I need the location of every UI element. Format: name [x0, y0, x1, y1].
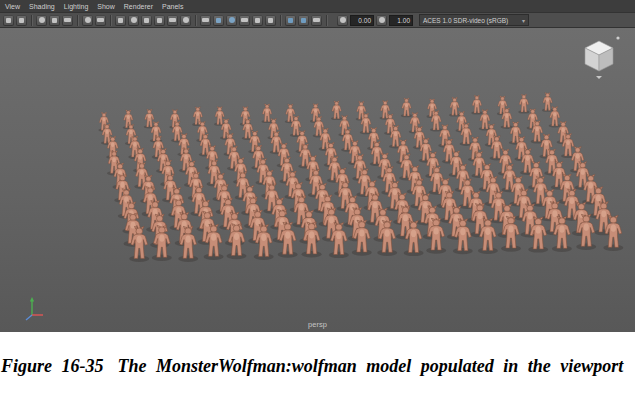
menu-panels[interactable]: Panels: [162, 3, 183, 10]
gamma-icon[interactable]: [376, 15, 387, 26]
grease-pencil-icon[interactable]: [95, 15, 106, 26]
panel-toolbar: 0.00 1.00 ACES 1.0 SDR-video (sRGB) ▾: [0, 13, 635, 28]
safe-title-icon-glyph: [183, 17, 189, 23]
viewport[interactable]: persp: [0, 28, 635, 332]
toolbar-separator: [195, 15, 196, 26]
2d-pan-zoom-icon-glyph: [85, 17, 91, 23]
safe-action-icon[interactable]: [167, 15, 178, 26]
axis-icon: [24, 295, 50, 321]
2d-pan-zoom-icon[interactable]: [82, 15, 93, 26]
view-cube[interactable]: [577, 35, 621, 85]
image-plane-icon[interactable]: [62, 15, 73, 26]
xray-icon-glyph: [313, 18, 320, 22]
textured-icon-glyph: [229, 17, 235, 23]
field-chart-icon[interactable]: [154, 15, 165, 26]
camera-name-label: persp: [0, 320, 635, 329]
bookmarks-icon[interactable]: [49, 15, 60, 26]
shadows-icon[interactable]: [252, 15, 263, 26]
figure-caption: Figure 16-35The MonsterWolfman:wolfman m…: [0, 332, 635, 379]
grease-pencil-icon-glyph: [97, 18, 104, 22]
camera-attributes-icon[interactable]: [36, 15, 47, 26]
menu-renderer[interactable]: Renderer: [124, 3, 153, 10]
figure-caption-text: The MonsterWolfman:wolfman model populat…: [118, 356, 624, 376]
maya-panel: View Shading Lighting Show Renderer Pane…: [0, 0, 635, 332]
exposure-icon[interactable]: [337, 15, 348, 26]
resolution-gate-icon[interactable]: [128, 15, 139, 26]
toolbar-separator: [326, 15, 327, 26]
multisample-icon-glyph: [301, 18, 306, 23]
gate-mask-icon[interactable]: [141, 15, 152, 26]
safe-action-icon-glyph: [169, 18, 176, 22]
film-gate-icon[interactable]: [115, 15, 126, 26]
exposure-glyph: [340, 17, 346, 23]
safe-title-icon[interactable]: [180, 15, 191, 26]
select-camera-icon[interactable]: [3, 15, 14, 26]
menu-shading[interactable]: Shading: [29, 3, 55, 10]
screen-space-ao-icon[interactable]: [265, 15, 276, 26]
toolbar-icons: [3, 15, 329, 26]
gamma-field[interactable]: 1.00: [389, 15, 413, 26]
use-all-lights-icon-glyph: [241, 18, 248, 22]
wolfman-army: [0, 28, 635, 332]
image-plane-icon-glyph: [64, 18, 71, 22]
shaded-icon-glyph: [216, 18, 221, 23]
toolbar-separator: [280, 15, 281, 26]
screen-space-ao-icon-glyph: [268, 18, 273, 23]
bookmarks-icon-glyph: [52, 18, 57, 23]
resolution-gate-icon-glyph: [131, 17, 137, 23]
camera-attributes-icon-glyph: [39, 17, 45, 23]
multisample-icon[interactable]: [298, 15, 309, 26]
exposure-field[interactable]: 0.00: [350, 15, 374, 26]
toolbar-separator: [31, 15, 32, 26]
gamma-glyph: [379, 17, 385, 23]
gate-mask-icon-glyph: [144, 18, 149, 23]
shaded-icon[interactable]: [213, 15, 224, 26]
toolbar-separator: [110, 15, 111, 26]
figure-number: Figure 16-35: [1, 356, 104, 376]
page: View Shading Lighting Show Renderer Pane…: [0, 0, 635, 408]
xray-icon[interactable]: [311, 15, 322, 26]
menu-lighting[interactable]: Lighting: [64, 3, 89, 10]
film-gate-icon-glyph: [118, 18, 123, 23]
view-transform-value: ACES 1.0 SDR-video (sRGB): [423, 17, 508, 24]
toolbar-separator: [77, 15, 78, 26]
motion-blur-icon[interactable]: [285, 15, 296, 26]
use-all-lights-icon[interactable]: [239, 15, 250, 26]
view-transform-dropdown[interactable]: ACES 1.0 SDR-video (sRGB) ▾: [419, 14, 529, 26]
shadows-icon-glyph: [255, 18, 260, 23]
textured-icon[interactable]: [226, 15, 237, 26]
select-camera-icon-glyph: [6, 18, 11, 23]
wireframe-icon-glyph: [202, 18, 209, 22]
lock-camera-icon[interactable]: [16, 15, 27, 26]
menu-show[interactable]: Show: [97, 3, 115, 10]
chevron-down-icon: ▾: [522, 17, 525, 24]
wireframe-icon[interactable]: [200, 15, 211, 26]
lock-camera-icon-glyph: [19, 18, 24, 23]
view-cube-icon: [577, 35, 621, 81]
menu-view[interactable]: View: [5, 3, 20, 10]
motion-blur-icon-glyph: [288, 18, 293, 23]
field-chart-icon-glyph: [157, 18, 162, 23]
panel-menubar: View Shading Lighting Show Renderer Pane…: [0, 0, 635, 13]
